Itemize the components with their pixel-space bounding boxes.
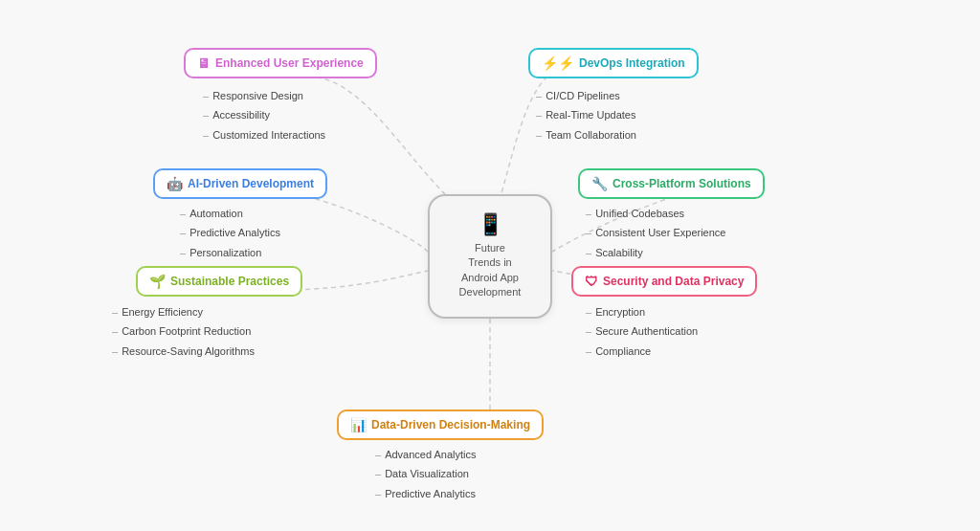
sub-item: Energy Efficiency <box>112 302 255 322</box>
sub-item: Predictive Analytics <box>180 223 280 243</box>
devops-label: DevOps Integration <box>579 56 685 70</box>
node-eue: 🖥 Enhanced User Experience <box>184 48 377 78</box>
node-sdp: 🛡 Security and Data Privacy <box>571 266 757 297</box>
center-text: FutureTrends inAndroid AppDevelopment <box>459 241 522 300</box>
center-icon: 📱 <box>478 212 503 237</box>
eue-icon: 🖥 <box>197 55 211 71</box>
sdp-subitems: Encryption Secure Authentication Complia… <box>586 302 698 363</box>
dddm-icon: 📊 <box>350 417 367 432</box>
sub-item: Scalability <box>586 243 725 263</box>
sub-item: Customized Interactions <box>203 125 325 145</box>
sdp-label: Security and Data Privacy <box>603 275 744 288</box>
cps-label: Cross-Platform Solutions <box>612 177 751 190</box>
mind-map-diagram: 📱 FutureTrends inAndroid AppDevelopment … <box>11 8 969 524</box>
sub-item: CI/CD Pipelines <box>536 86 636 106</box>
sp-icon: 🌱 <box>149 274 166 289</box>
sub-item: Carbon Footprint Reduction <box>112 321 255 342</box>
sub-item: Compliance <box>586 342 698 362</box>
node-sp: 🌱 Sustainable Practices <box>136 266 302 297</box>
cps-icon: 🔧 <box>591 176 608 191</box>
sp-label: Sustainable Practices <box>170 275 289 288</box>
node-ai: 🤖 AI-Driven Development <box>153 168 327 199</box>
ai-icon: 🤖 <box>167 176 183 191</box>
cps-subitems: Unified Codebases Consistent User Experi… <box>586 204 725 264</box>
sub-item: Real-Time Updates <box>536 105 636 125</box>
sub-item: Accessibility <box>203 105 325 125</box>
eue-subitems: Responsive Design Accessibility Customiz… <box>203 86 325 146</box>
sub-item: Data Visualization <box>375 464 477 484</box>
sub-item: Encryption <box>586 302 698 322</box>
sub-item: Secure Authentication <box>586 321 698 342</box>
sub-item: Responsive Design <box>203 86 325 106</box>
ai-subitems: Automation Predictive Analytics Personal… <box>180 204 280 264</box>
sub-item: Automation <box>180 204 280 224</box>
sp-subitems: Energy Efficiency Carbon Footprint Reduc… <box>112 302 255 363</box>
sub-item: Team Collaboration <box>536 125 636 145</box>
dddm-label: Data-Driven Decision-Making <box>371 418 530 431</box>
sub-item: Consistent User Experience <box>586 223 725 243</box>
eue-label: Enhanced User Experience <box>215 56 364 70</box>
dddm-subitems: Advanced Analytics Data Visualization Pr… <box>375 445 477 505</box>
sub-item: Personalization <box>180 243 280 263</box>
sub-item: Predictive Analytics <box>375 484 477 504</box>
ai-label: AI-Driven Development <box>188 177 314 190</box>
devops-icon: ⚡⚡ <box>542 55 574 71</box>
devops-subitems: CI/CD Pipelines Real-Time Updates Team C… <box>536 86 636 146</box>
sub-item: Resource-Saving Algorithms <box>112 342 255 362</box>
node-devops: ⚡⚡ DevOps Integration <box>528 48 699 78</box>
sub-item: Advanced Analytics <box>375 445 477 465</box>
center-node: 📱 FutureTrends inAndroid AppDevelopment <box>428 194 552 319</box>
sub-item: Unified Codebases <box>586 204 725 224</box>
node-dddm: 📊 Data-Driven Decision-Making <box>337 409 544 440</box>
sdp-icon: 🛡 <box>585 274 598 289</box>
node-cps: 🔧 Cross-Platform Solutions <box>578 168 765 199</box>
